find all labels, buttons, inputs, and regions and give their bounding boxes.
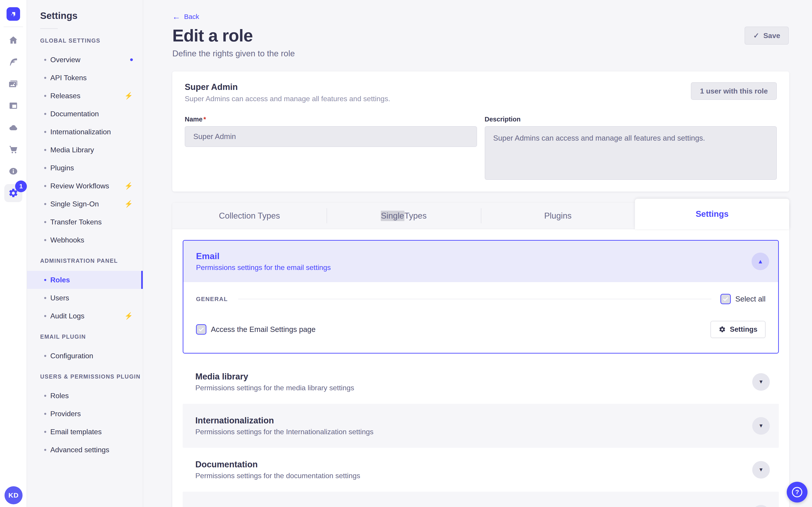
app-rail: 1 KD: [0, 0, 27, 507]
save-button[interactable]: ✓ Save: [745, 26, 789, 45]
bullet-icon: [44, 149, 46, 151]
settings-tab-panel: Email Permissions settings for the email…: [172, 229, 789, 507]
tab-plugins[interactable]: Plugins: [481, 203, 635, 229]
description-field[interactable]: Super Admins can access and manage all f…: [485, 126, 777, 180]
avatar[interactable]: KD: [4, 486, 22, 504]
help-button[interactable]: ?: [787, 482, 808, 503]
access-email-settings-checkbox[interactable]: [196, 324, 206, 335]
email-accordion-body: GENERAL Select all: [184, 282, 778, 353]
expand-button[interactable]: ▼: [752, 373, 770, 391]
bullet-icon: [44, 221, 46, 223]
rail-divider: [4, 26, 23, 27]
permissions-card: Collection Types Single Types Plugins Se…: [172, 203, 789, 507]
page-title: Edit a role: [172, 26, 812, 45]
role-description-text: Super Admins can access and manage all f…: [185, 95, 390, 103]
chevron-down-icon: ▼: [759, 467, 764, 473]
back-link[interactable]: ← Back: [172, 13, 199, 21]
required-asterisk: *: [203, 116, 206, 123]
gear-icon: [719, 326, 726, 333]
content-type-builder-icon[interactable]: [8, 101, 18, 111]
collapse-button[interactable]: ▲: [752, 252, 769, 270]
internationalization-permissions-row[interactable]: Internationalization Permissions setting…: [183, 404, 779, 448]
help-icon: ?: [792, 487, 802, 497]
check-icon: ✓: [753, 31, 759, 40]
select-all-group: Select all: [720, 294, 766, 304]
tab-single-types[interactable]: Single Types: [326, 203, 481, 229]
permissions-tabs: Collection Types Single Types Plugins Se…: [172, 203, 789, 229]
settings-subnav: Settings GLOBAL SETTINGS Overview API To…: [27, 0, 143, 507]
sidebar-item-email-templates[interactable]: Email templates: [27, 423, 143, 441]
expand-button[interactable]: ▼: [752, 505, 770, 507]
sidebar-item-webhooks[interactable]: Webhooks: [27, 231, 143, 249]
description-field-label: Description: [485, 116, 777, 123]
section-email-plugin: EMAIL PLUGIN: [27, 334, 143, 340]
select-all-label: Select all: [735, 295, 766, 303]
bullet-icon: [44, 315, 46, 317]
bullet-icon: [44, 185, 46, 187]
role-name-heading: Super Admin: [185, 82, 390, 92]
bullet-icon: [44, 279, 46, 281]
sidebar-item-admin-roles[interactable]: Roles: [27, 271, 143, 289]
marketplace-cart-icon[interactable]: [8, 145, 18, 154]
bullet-icon: [44, 431, 46, 433]
sidebar-item-media-library[interactable]: Media Library: [27, 141, 143, 159]
sidebar-item-overview[interactable]: Overview: [27, 51, 143, 69]
section-users-permissions-plugin: USERS & PERMISSIONS PLUGIN: [27, 374, 143, 380]
chevron-down-icon: ▼: [759, 379, 764, 385]
users-with-role-button[interactable]: 1 user with this role: [691, 82, 777, 100]
role-info-card: Super Admin Super Admins can access and …: [172, 71, 789, 191]
sidebar-item-advanced-settings[interactable]: Advanced settings: [27, 441, 143, 459]
tab-settings[interactable]: Settings: [635, 199, 789, 229]
sidebar-item-transfer-tokens[interactable]: Transfer Tokens: [27, 213, 143, 231]
sidebar-item-single-sign-on[interactable]: Single Sign-On ⚡: [27, 195, 143, 213]
deploy-cloud-icon[interactable]: [8, 123, 18, 132]
sidebar-item-audit-logs[interactable]: Audit Logs ⚡: [27, 307, 143, 325]
sidebar-item-api-tokens[interactable]: API Tokens: [27, 69, 143, 87]
sidebar-item-email-configuration[interactable]: Configuration: [27, 347, 143, 365]
settings-gear-active[interactable]: 1: [4, 184, 22, 202]
email-settings-button[interactable]: Settings: [711, 321, 766, 338]
lightning-icon: ⚡: [124, 182, 133, 189]
home-icon[interactable]: [8, 35, 18, 45]
select-all-checkbox[interactable]: [720, 294, 731, 304]
section-divider: [238, 299, 711, 299]
expand-button[interactable]: ▼: [752, 461, 770, 478]
sidebar-item-review-workflows[interactable]: Review Workflows ⚡: [27, 177, 143, 195]
bullet-icon: [44, 113, 46, 115]
page-subtitle: Define the rights given to the role: [172, 49, 812, 58]
check-icon: [722, 296, 729, 302]
subnav-divider: [40, 29, 58, 29]
chevron-up-icon: ▲: [757, 258, 763, 265]
bullet-icon: [44, 167, 46, 169]
plugins-marketplace-permissions-row[interactable]: Plugins and marketplace ▼: [183, 492, 779, 507]
sidebar-item-documentation[interactable]: Documentation: [27, 105, 143, 123]
strapi-logo[interactable]: [6, 7, 20, 21]
documentation-permissions-row[interactable]: Documentation Permissions settings for t…: [183, 448, 779, 492]
lightning-icon: ⚡: [124, 313, 133, 319]
info-icon[interactable]: [8, 166, 18, 176]
sidebar-item-up-roles[interactable]: Roles: [27, 387, 143, 405]
sidebar-item-internationalization[interactable]: Internationalization: [27, 123, 143, 141]
expand-button[interactable]: ▼: [752, 417, 770, 435]
bullet-icon: [44, 203, 46, 205]
notification-badge: 1: [15, 180, 27, 192]
subnav-title: Settings: [27, 0, 143, 21]
permissions-row-group: Media library Permissions settings for t…: [183, 360, 779, 507]
sidebar-item-plugins[interactable]: Plugins: [27, 159, 143, 177]
notification-dot-icon: [130, 58, 133, 61]
media-library-permissions-row[interactable]: Media library Permissions settings for t…: [183, 360, 779, 404]
sidebar-item-providers[interactable]: Providers: [27, 405, 143, 423]
sidebar-item-admin-users[interactable]: Users: [27, 289, 143, 307]
section-global-settings: GLOBAL SETTINGS: [27, 38, 143, 44]
media-library-icon[interactable]: [8, 79, 18, 89]
sidebar-item-releases[interactable]: Releases ⚡: [27, 87, 143, 105]
main-content: ← Back Edit a role Define the rights giv…: [144, 0, 812, 507]
bullet-icon: [44, 239, 46, 241]
access-email-settings-label: Access the Email Settings page: [211, 325, 315, 334]
section-administration-panel: ADMINISTRATION PANEL: [27, 258, 143, 264]
email-accordion-header[interactable]: Email Permissions settings for the email…: [184, 241, 778, 282]
content-manager-feather-icon[interactable]: [8, 57, 18, 67]
name-field[interactable]: [185, 126, 477, 147]
tab-collection-types[interactable]: Collection Types: [172, 203, 326, 229]
email-permissions-accordion: Email Permissions settings for the email…: [183, 240, 779, 353]
